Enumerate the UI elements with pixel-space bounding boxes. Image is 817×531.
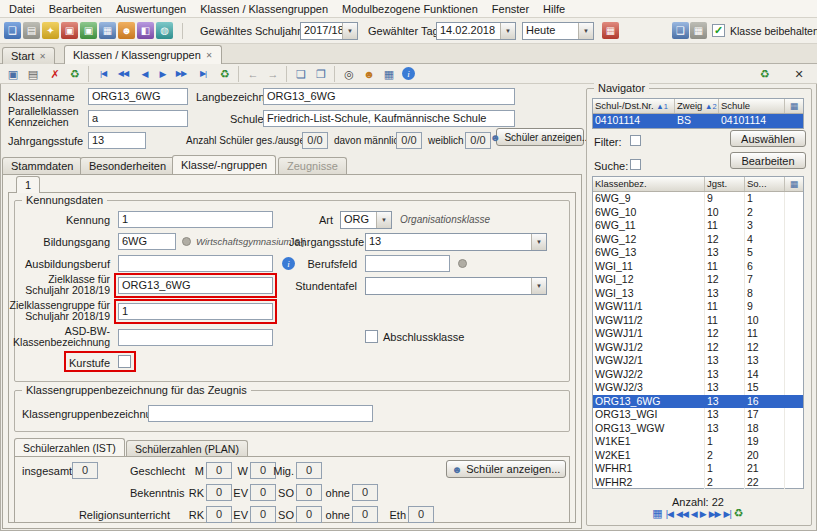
last-record-icon[interactable]: ▶| xyxy=(194,66,212,82)
table-row[interactable]: 6WG_9 9 1 xyxy=(593,192,803,206)
menu-hilfe[interactable]: Hilfe xyxy=(536,1,572,17)
table-row[interactable]: WFHR1 1 21 xyxy=(593,462,803,476)
reload-icon[interactable]: ♻ xyxy=(216,66,234,82)
subtab-1[interactable]: 1 xyxy=(16,176,40,193)
table-row[interactable]: W1KE1 1 19 xyxy=(593,435,803,449)
zielklassengruppe-input[interactable]: 1 xyxy=(118,303,273,320)
tab-klasse-ngruppen[interactable]: Klasse/-ngruppen xyxy=(172,155,276,174)
filter-checkbox[interactable] xyxy=(630,135,641,146)
key-icon[interactable]: ✦ xyxy=(42,22,59,39)
school-row[interactable]: 04101114 BS 04101114 xyxy=(593,114,803,128)
school-col-dstnr[interactable]: Schul-/Dst.Nr. ▲1 xyxy=(593,99,675,113)
table-row[interactable]: WGI_11 11 6 xyxy=(593,260,803,274)
close-icon[interactable]: ✕ xyxy=(206,51,213,60)
next-page-icon[interactable]: ▶ xyxy=(700,509,706,519)
grid-icon[interactable]: ▦ xyxy=(380,66,398,82)
menu-auswertungen[interactable]: Auswertungen xyxy=(109,1,193,17)
bildungsgang-input[interactable]: 6WG xyxy=(118,233,176,250)
table-row[interactable]: WGWJ2/1 13 13 xyxy=(593,354,803,368)
table-row[interactable]: WGI_13 13 8 xyxy=(593,287,803,301)
paste-icon[interactable]: ❐ xyxy=(312,66,330,82)
rewind-icon[interactable]: ◀◀ xyxy=(114,66,132,82)
students-icon[interactable]: ☻ xyxy=(118,22,135,39)
school-col-zweig[interactable]: Zweig ▲2 xyxy=(675,99,719,113)
table-row[interactable]: WGWJ1/1 12 11 xyxy=(593,327,803,341)
menu-modulbezogene-funktionen[interactable]: Modulbezogene Funktionen xyxy=(335,1,485,17)
redo-icon[interactable]: → xyxy=(264,66,282,82)
delete-icon[interactable]: ✗ xyxy=(46,66,64,82)
schueler-anzeigen-button-bottom[interactable]: ☻ Schüler anzeigen... xyxy=(446,460,566,478)
undo-icon[interactable]: ← xyxy=(244,66,262,82)
first-record-icon[interactable]: |◀ xyxy=(94,66,112,82)
files-icon[interactable]: ❑ xyxy=(4,22,21,39)
info-icon[interactable]: i xyxy=(282,257,295,270)
jahrgangsstufe-input[interactable]: 13 xyxy=(88,132,146,149)
heute-select[interactable]: Heute ▼ xyxy=(522,22,594,40)
classes-table-icon[interactable]: ▦ xyxy=(99,22,116,39)
berufsfeld-input[interactable] xyxy=(365,255,450,272)
pager-refresh-icon[interactable]: ♻ xyxy=(734,507,744,520)
table-row[interactable]: WGWJ2/2 13 14 xyxy=(593,368,803,382)
menu-datei[interactable]: Datei xyxy=(2,1,42,17)
stundentafel-select[interactable]: ▼ xyxy=(365,277,547,295)
abschlussklasse-checkbox[interactable] xyxy=(365,330,378,343)
tab-schuelerzahlen-plan[interactable]: Schülerzahlen (PLAN) xyxy=(126,440,248,456)
navigator-refresh-icon[interactable]: ♻ xyxy=(756,66,774,82)
tab-start[interactable]: Start✕ xyxy=(2,47,55,64)
schule-input[interactable]: Friedrich-List-Schule, Kaufmännische Sch… xyxy=(263,110,515,127)
forward-icon[interactable]: ▶▶ xyxy=(172,66,190,82)
table-row[interactable]: 6WG_10 10 2 xyxy=(593,206,803,220)
tab-besonderheiten[interactable]: Besonderheiten xyxy=(80,157,175,174)
table-row[interactable]: WGW11/2 11 10 xyxy=(593,314,803,328)
table-row[interactable]: WGI_12 12 7 xyxy=(593,273,803,287)
klassenname-input[interactable]: ORG13_6WG xyxy=(88,88,188,105)
column-config-icon[interactable]: ▦ xyxy=(785,177,803,191)
table-row[interactable]: WFHR2 2 22 xyxy=(593,476,803,490)
navigator-close-icon[interactable]: ✕ xyxy=(790,66,808,82)
ausbildungsberuf-input[interactable] xyxy=(118,255,273,272)
column-config-icon[interactable]: ▦ xyxy=(785,99,803,113)
last-page-icon[interactable]: ▶| xyxy=(724,509,731,519)
next-record-icon[interactable]: ▶ xyxy=(154,66,172,82)
art-select[interactable]: ORG ▼ xyxy=(340,211,392,229)
layout-icon[interactable]: ▦ xyxy=(690,22,707,39)
jahrgangsstufe-select[interactable]: 13 ▼ xyxy=(365,233,547,251)
grid-icon[interactable]: ▦ xyxy=(652,507,662,520)
suche-checkbox[interactable] xyxy=(630,159,641,170)
menu-fenster[interactable]: Fenster xyxy=(485,1,536,17)
forward-page-icon[interactable]: ▶▶ xyxy=(709,509,721,519)
table-row[interactable]: ORG13_6WG 13 16 xyxy=(593,395,803,409)
chart-icon[interactable]: ◧ xyxy=(137,22,154,39)
menu-bearbeiten[interactable]: Bearbeiten xyxy=(42,1,109,17)
school-col-schule[interactable]: Schule xyxy=(719,99,785,113)
col-klassenbez[interactable]: Klassenbez. xyxy=(593,177,705,191)
save-icon[interactable]: ▣ xyxy=(4,66,22,82)
tab-klassen-klassengruppen[interactable]: Klassen / Klassengruppen✕ xyxy=(64,45,222,64)
auswaehlen-button[interactable]: Auswählen xyxy=(730,130,806,147)
refresh-icon[interactable]: ♻ xyxy=(66,66,84,82)
zielklasse-input[interactable]: ORG13_6WG xyxy=(118,277,273,294)
asdbw-input[interactable] xyxy=(118,329,273,346)
first-page-icon[interactable]: |◀ xyxy=(666,509,673,519)
print-preview-icon[interactable]: ◎ xyxy=(340,66,358,82)
calendar-icon[interactable]: ▦ xyxy=(602,22,619,39)
col-jgst[interactable]: Jgst. xyxy=(705,177,745,191)
close-icon[interactable]: ✕ xyxy=(39,52,46,61)
previous-record-icon[interactable]: ◀ xyxy=(136,66,154,82)
table-row[interactable]: ORG13_WGW 13 18 xyxy=(593,422,803,436)
prev-page-icon[interactable]: ◀ xyxy=(691,509,697,519)
table-row[interactable]: 6WG_12 12 4 xyxy=(593,233,803,247)
bearbeiten-button[interactable]: Bearbeiten xyxy=(730,152,806,169)
table-row[interactable]: W2KE1 2 20 xyxy=(593,449,803,463)
schuljahr-select[interactable]: 2017/18 ▼ xyxy=(300,22,358,40)
parallelklassen-input[interactable]: a xyxy=(88,110,188,127)
table-row[interactable]: 6WG_11 11 3 xyxy=(593,219,803,233)
tag-select[interactable]: 14.02.2018 ▼ xyxy=(436,22,516,40)
tab-stammdaten[interactable]: Stammdaten xyxy=(2,157,82,174)
table-row[interactable]: ORG13_WGI 13 17 xyxy=(593,408,803,422)
klasse-beibehalten-checkbox[interactable]: ✓ xyxy=(712,24,725,37)
print-icon[interactable]: ▤ xyxy=(23,22,40,39)
globe-icon[interactable]: ◍ xyxy=(156,22,173,39)
module-green-icon[interactable]: ▣ xyxy=(80,22,97,39)
people-icon[interactable]: ☻ xyxy=(360,66,378,82)
